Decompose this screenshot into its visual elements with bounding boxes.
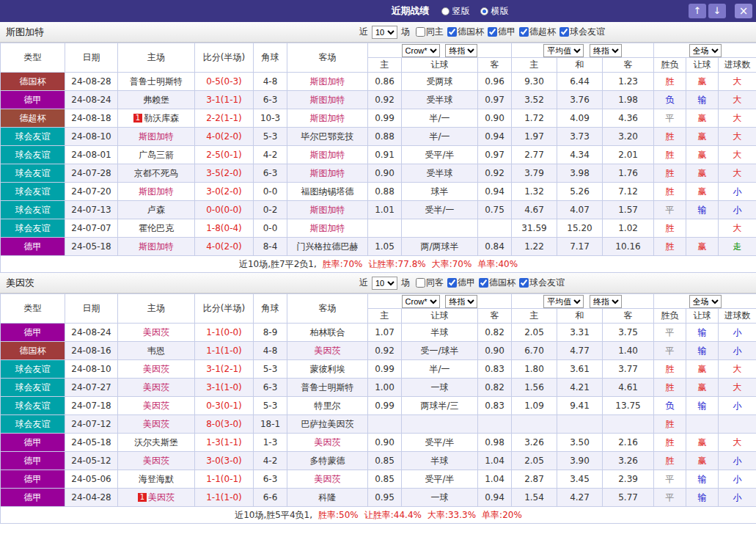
match-score[interactable]: 1-1(0-1) [195,470,254,489]
home-team[interactable]: 韦恩 [118,342,195,360]
match-score[interactable]: 0-0(0-0) [195,201,254,219]
col-goals: 进球数 [719,58,756,73]
home-team[interactable]: 斯图加特 [118,128,195,146]
match-count-select[interactable]: 10 [372,26,397,39]
home-team[interactable]: 京都不死鸟 [118,164,195,183]
home-team[interactable]: 美因茨 [118,324,195,342]
home-team[interactable]: 斯图加特 [118,183,195,201]
same-venue-checkbox[interactable] [416,27,425,37]
away-team[interactable]: 美因茨 [287,434,368,452]
asian-odds-stage-select[interactable]: 终指 [445,295,477,308]
league-checkbox[interactable] [447,27,457,37]
away-team[interactable]: 普鲁士明斯特 [287,379,368,397]
asian-odds-company-select[interactable]: Crow* [402,44,440,57]
euro-odds-company-select[interactable]: 平均值 [543,44,584,57]
scroll-down-button[interactable]: ↓ [708,4,726,18]
same-venue-checkbox[interactable] [416,278,425,288]
vertical-layout-radio[interactable]: 竖版 [441,5,470,18]
league-checkbox[interactable] [447,278,457,288]
away-team[interactable]: 斯图加特 [287,73,368,91]
match-score[interactable]: 3-1(2-1) [195,360,254,379]
match-row: 球会友谊24-08-01广岛三箭2-5(0-1)4-2斯图加特0.91受平/半0… [1,146,756,164]
home-team[interactable]: 1美因茨 [118,489,195,507]
match-score[interactable]: 3-1(1-1) [195,91,254,109]
match-score[interactable]: 4-0(2-0) [195,238,254,256]
league-checkbox[interactable] [488,27,497,37]
league-filter[interactable]: 球会友谊 [559,26,605,38]
home-team[interactable]: 美因茨 [118,360,195,379]
match-score[interactable]: 8-0(3-0) [195,415,254,434]
match-score[interactable]: 4-0(2-0) [195,128,254,146]
away-team[interactable]: 美因茨 [287,470,368,489]
home-team[interactable]: 美因茨 [118,379,195,397]
home-team[interactable]: 弗赖堡 [118,91,195,109]
match-scope-select[interactable]: 全场 [689,44,722,57]
away-team[interactable]: 斯图加特 [287,164,368,183]
home-team[interactable]: 美因茨 [118,415,195,434]
same-venue-filter[interactable]: 同客 [416,277,444,289]
home-team[interactable]: 海登海默 [118,470,195,489]
home-team[interactable]: 美因茨 [118,397,195,415]
away-team[interactable]: 斯图加特 [287,201,368,219]
home-team[interactable]: 斯图加特 [118,238,195,256]
euro-odds-stage-select[interactable]: 终指 [590,44,622,57]
match-score[interactable]: 1-8(0-4) [195,219,254,238]
away-team[interactable]: 斯图加特 [287,219,368,238]
match-count-select[interactable]: 10 [372,277,397,290]
league-checkbox[interactable] [519,27,529,37]
away-team[interactable]: 特里尔 [287,397,368,415]
match-score[interactable]: 3-5(2-0) [195,164,254,183]
away-team[interactable]: 柏林联合 [287,324,368,342]
euro-odds-company-select[interactable]: 平均值 [543,295,584,308]
league-filter[interactable]: 德超杯 [519,26,556,38]
horizontal-layout-radio[interactable]: 横版 [480,5,509,18]
match-score[interactable]: 0-3(0-1) [195,397,254,415]
away-team[interactable]: 门兴格拉德巴赫 [287,238,368,256]
away-team[interactable]: 毕尔巴鄂竞技 [287,128,368,146]
match-row: 德甲24-08-24美因茨1-1(0-0)8-9柏林联合1.07半球0.822.… [1,324,756,342]
match-score[interactable]: 1-1(1-0) [195,342,254,360]
home-team[interactable]: 美因茨 [118,452,195,470]
league-filter[interactable]: 球会友谊 [519,277,565,289]
home-team[interactable]: 1勒沃库森 [118,109,195,128]
close-button[interactable]: × [735,4,752,18]
away-team[interactable]: 福图纳锡塔德 [287,183,368,201]
games-label: 场 [401,26,410,38]
match-score[interactable]: 1-3(1-1) [195,434,254,452]
asian-odds-company-select[interactable]: Crow* [402,295,440,308]
away-team[interactable]: 斯图加特 [287,146,368,164]
home-team[interactable]: 霍伦巴克 [118,219,195,238]
asian-odds-stage-select[interactable]: 终指 [445,44,477,57]
match-score[interactable]: 0-5(0-3) [195,73,254,91]
win-rate: 胜率:70% [323,259,363,269]
away-team[interactable]: 美因茨 [287,342,368,360]
home-team[interactable]: 卢森 [118,201,195,219]
home-team[interactable]: 普鲁士明斯特 [118,73,195,91]
league-checkbox[interactable] [559,27,569,37]
league-checkbox[interactable] [519,278,529,288]
league-filter[interactable]: 德甲 [488,26,515,38]
away-team[interactable]: 斯图加特 [287,91,368,109]
home-team[interactable]: 广岛三箭 [118,146,195,164]
home-team[interactable]: 沃尔夫斯堡 [118,434,195,452]
euro-odds-stage-select[interactable]: 终指 [590,295,622,308]
away-team[interactable]: 科隆 [287,489,368,507]
match-scope-select[interactable]: 全场 [689,295,722,308]
league-filter[interactable]: 德甲 [447,277,475,289]
same-venue-filter[interactable]: 同主 [416,26,444,38]
match-score[interactable]: 1-1(1-0) [195,489,254,507]
away-team[interactable]: 巴萨拉美因茨 [287,415,368,434]
match-score[interactable]: 3-0(3-0) [195,452,254,470]
league-filter[interactable]: 德国杯 [479,277,515,289]
match-score[interactable]: 3-1(1-0) [195,379,254,397]
away-team[interactable]: 蒙彼利埃 [287,360,368,379]
match-score[interactable]: 1-1(0-0) [195,324,254,342]
league-filter[interactable]: 德国杯 [447,26,484,38]
away-team[interactable]: 多特蒙德 [287,452,368,470]
scroll-up-button[interactable]: ↑ [689,4,706,18]
league-checkbox[interactable] [479,278,488,288]
match-score[interactable]: 3-0(2-0) [195,183,254,201]
match-score[interactable]: 2-2(1-1) [195,109,254,128]
away-team[interactable]: 斯图加特 [287,109,368,128]
match-score[interactable]: 2-5(0-1) [195,146,254,164]
